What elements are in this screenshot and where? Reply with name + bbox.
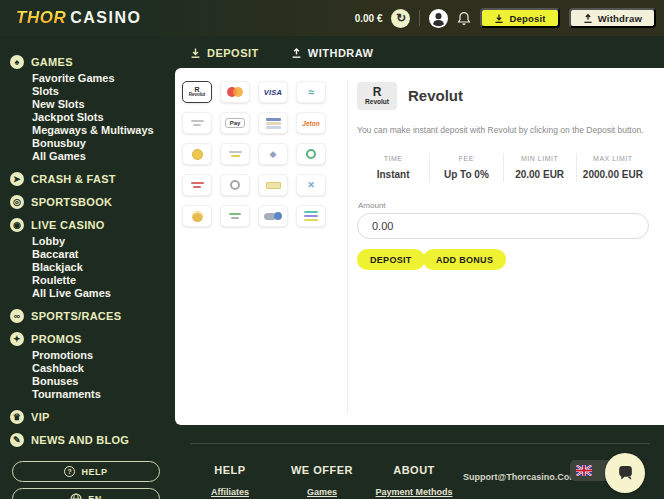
withdraw-button[interactable]: Withdraw (569, 8, 656, 28)
sidebar-item-tournaments[interactable]: Tournaments (10, 388, 175, 401)
sidebar-item-jackpot-slots[interactable]: Jackpot Slots (10, 111, 175, 124)
deposit-submit-button[interactable]: DEPOSIT (357, 249, 425, 270)
gold-coin-logo (192, 211, 203, 222)
footer-heading-we-offer: WE OFFER (272, 464, 372, 476)
tab-withdraw[interactable]: WITHDRAW (291, 47, 374, 59)
payment-tile[interactable] (220, 174, 250, 196)
sidebar-section-crash-fast[interactable]: ➤ CRASH & FAST (10, 172, 175, 186)
live-chat-button[interactable] (605, 453, 645, 493)
sidebar-item-all-games[interactable]: All Games (10, 150, 175, 163)
jeton-logo: Jeton (302, 120, 319, 127)
refresh-balance-icon[interactable]: ↻ (391, 9, 410, 28)
user-account-icon[interactable] (429, 9, 448, 28)
payment-tile[interactable] (182, 205, 212, 227)
payment-tile[interactable] (296, 205, 326, 227)
section-label: GAMES (31, 56, 73, 68)
sidebar-item-megaways[interactable]: Megaways & Multiways (10, 124, 175, 137)
crash-fast-icon: ➤ (10, 172, 24, 186)
section-label: CRASH & FAST (31, 173, 116, 185)
uk-flag-icon (576, 465, 592, 476)
payment-tile[interactable] (220, 143, 250, 165)
text-logo (191, 120, 204, 126)
payment-tile-ethereum[interactable]: ◆ (258, 143, 288, 165)
footer-link-payment-methods[interactable]: Payment Methods (375, 487, 452, 497)
footer-link-games[interactable]: Games (307, 487, 337, 497)
payment-tile[interactable] (258, 174, 288, 196)
payment-tile[interactable] (258, 205, 288, 227)
footer-divider (190, 443, 650, 444)
user-icon (429, 9, 448, 28)
payment-tile[interactable] (182, 143, 212, 165)
download-icon (190, 47, 201, 59)
payment-tile[interactable] (296, 143, 326, 165)
promos-icon: ✦ (10, 332, 24, 346)
sidebar-item-cashback[interactable]: Cashback (10, 362, 175, 375)
sidebar-section-games[interactable]: ♠ GAMES (10, 55, 175, 69)
sidebar-item-baccarat[interactable]: Baccarat (10, 248, 175, 261)
info-value-time: Instant (357, 169, 429, 180)
tab-deposit-label: DEPOSIT (207, 47, 259, 59)
sidebar-item-bonuses[interactable]: Bonuses (10, 375, 175, 388)
language-button-label: EN (88, 494, 102, 499)
card-logo (266, 118, 281, 129)
sidebar-section-vip[interactable]: ♛ VIP (10, 410, 175, 424)
chat-icon (616, 464, 635, 483)
question-icon: ? (64, 466, 75, 477)
sports-races-icon: ∞ (10, 309, 24, 323)
sidebar-item-all-live-games[interactable]: All Live Games (10, 287, 175, 300)
logo[interactable]: THOR CASINO (16, 8, 141, 28)
payment-tile[interactable]: ✕ (296, 174, 326, 196)
payment-tile-apple-pay[interactable]: Pay (220, 112, 250, 134)
logo-casino-text: CASINO (70, 9, 141, 27)
wave-logo: ≈ (308, 86, 314, 98)
payment-tile[interactable]: ≈ (296, 81, 326, 103)
upload-icon (583, 13, 593, 24)
help-button[interactable]: ? HELP (12, 461, 160, 482)
notifications-bell-icon[interactable] (457, 11, 471, 26)
payment-tile-revolut[interactable]: R Revolut (182, 81, 212, 103)
sidebar-item-lobby[interactable]: Lobby (10, 235, 175, 248)
sidebar-section-sports-races[interactable]: ∞ SPORTS/RACES (10, 309, 175, 323)
sidebar-section-live-casino[interactable]: ◉ LIVE CASINO (10, 218, 175, 232)
sidebar-item-roulette[interactable]: Roulette (10, 274, 175, 287)
sidebar-section-news-blog[interactable]: ✎ NEWS AND BLOG (10, 433, 175, 447)
section-label: SPORTSBOOK (31, 196, 112, 208)
payment-tile[interactable] (182, 112, 212, 134)
payment-tile-jeton[interactable]: Jeton (296, 112, 326, 134)
info-header-min-limit: MIN LIMIT (504, 155, 576, 162)
sidebar-section-sportsbook[interactable]: ◎ SPORTSBOOK (10, 195, 175, 209)
deposit-button[interactable]: Deposit (480, 8, 559, 28)
info-header-max-limit: MAX LIMIT (577, 155, 649, 162)
footer-heading-about: ABOUT (364, 464, 464, 476)
sidebar-item-promotions[interactable]: Promotions (10, 349, 175, 362)
payment-tile-visa[interactable]: VISA (258, 81, 288, 103)
sidebar-item-new-slots[interactable]: New Slots (10, 98, 175, 111)
sidebar-nav: ♠ GAMES Favorite Games Slots New Slots J… (0, 36, 175, 499)
sidebar-section-promos[interactable]: ✦ PROMOS (10, 332, 175, 346)
info-value-max-limit: 2000.00 EUR (577, 169, 649, 180)
section-label: NEWS AND BLOG (31, 434, 129, 446)
section-label: LIVE CASINO (31, 219, 105, 231)
amount-input[interactable] (357, 213, 649, 239)
green-ring-logo (306, 149, 316, 159)
badge-name: Revolut (365, 99, 389, 106)
payment-tile[interactable] (258, 112, 288, 134)
info-value-min-limit: 20.00 EUR (504, 169, 576, 180)
vip-crown-icon: ♛ (10, 410, 24, 424)
payment-tile[interactable] (182, 174, 212, 196)
footer-heading-help: HELP (180, 464, 280, 476)
sidebar-item-favorite-games[interactable]: Favorite Games (10, 72, 175, 85)
sidebar-item-blackjack[interactable]: Blackjack (10, 261, 175, 274)
payment-tile-mastercard[interactable] (220, 81, 250, 103)
language-button[interactable]: EN (12, 488, 160, 499)
add-bonus-button[interactable]: ADD BONUS (423, 249, 506, 270)
method-description: You can make instant deposit with Revolu… (357, 125, 652, 136)
footer-link-affiliates[interactable]: Affiliates (211, 487, 249, 497)
withdraw-button-label: Withdraw (598, 13, 642, 24)
sidebar-item-slots[interactable]: Slots (10, 85, 175, 98)
visa-logo: VISA (264, 88, 282, 97)
payment-tile[interactable] (220, 205, 250, 227)
sidebar-item-bonusbuy[interactable]: Bonusbuy (10, 137, 175, 150)
top-bar: THOR CASINO 0.00 € ↻ Deposit (0, 0, 664, 36)
tab-deposit[interactable]: DEPOSIT (190, 47, 259, 59)
